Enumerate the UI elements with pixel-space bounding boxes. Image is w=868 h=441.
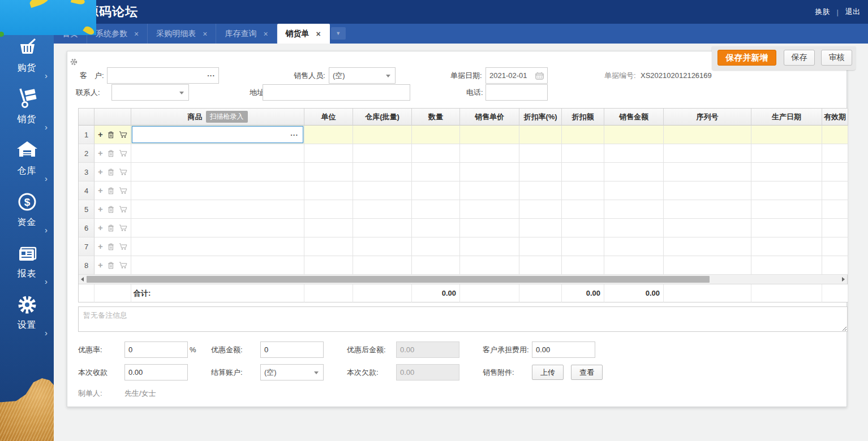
grid-cell[interactable] [751,126,822,144]
grid-cell[interactable] [751,219,822,237]
grid-cell[interactable] [822,144,848,163]
grid-cell[interactable] [460,126,519,144]
grid-cell[interactable] [304,144,353,163]
grid-cell[interactable] [604,126,664,144]
scroll-left-arrow[interactable] [81,277,84,282]
delete-row-icon[interactable] [108,131,114,139]
grid-cell[interactable] [412,256,460,275]
grid-cell[interactable] [604,237,664,256]
grid-cell[interactable] [131,144,304,163]
grid-cell[interactable] [131,237,304,256]
grid-cell[interactable] [304,219,353,237]
grid-cell[interactable] [604,256,664,275]
close-icon[interactable]: × [263,29,268,38]
add-row-icon[interactable]: + [98,130,103,139]
grid-cell[interactable] [131,219,304,237]
grid-cell[interactable] [131,163,304,181]
product-input[interactable]: ... [132,126,303,143]
cart-icon[interactable] [119,262,127,269]
grid-cell[interactable] [353,200,412,219]
customer-picker-ellipsis-button[interactable]: ... [207,70,215,78]
tab-sales-order[interactable]: 销货单 × [277,24,330,44]
cart-icon[interactable] [119,187,127,194]
grid-cell[interactable] [751,144,822,163]
grid-cell[interactable] [822,237,848,256]
grid-cell[interactable] [562,256,604,275]
grid-cell[interactable] [562,144,604,163]
sidebar-item-sales[interactable]: 销货 › [0,84,54,136]
grid-cell[interactable] [460,200,519,219]
grid-cell[interactable] [519,200,562,219]
grid-cell[interactable] [353,144,412,163]
add-row-icon[interactable]: + [98,149,103,157]
grid-cell[interactable] [519,256,562,275]
grid-cell[interactable] [751,163,822,181]
grid-cell[interactable] [460,237,519,256]
grid-cell[interactable] [664,181,751,200]
grid-cell[interactable] [353,237,412,256]
grid-cell[interactable] [562,126,604,144]
grid-cell[interactable] [664,163,751,181]
grid-cell[interactable]: + [94,144,131,163]
grid-cell[interactable] [460,163,519,181]
grid-cell[interactable] [304,126,353,144]
grid-cell[interactable] [460,219,519,237]
delete-row-icon[interactable] [108,243,114,250]
add-row-icon[interactable]: + [98,186,103,194]
grid-cell[interactable] [353,256,412,275]
delete-row-icon[interactable] [108,262,114,269]
audit-button[interactable]: 审核 [821,50,852,66]
cart-icon[interactable] [119,206,127,213]
grid-cell[interactable] [519,126,562,144]
scanner-entry-badge[interactable]: 扫描枪录入 [206,111,248,123]
grid-cell[interactable] [822,163,848,181]
grid-cell[interactable] [304,163,353,181]
grid-cell[interactable] [353,219,412,237]
scrollbar-thumb[interactable] [87,276,710,283]
grid-cell[interactable] [460,181,519,200]
grid-cell[interactable]: + [94,200,131,219]
grid-cell[interactable] [131,200,304,219]
delete-row-icon[interactable] [108,150,114,157]
grid-cell[interactable] [751,181,822,200]
grid-cell[interactable] [412,126,460,144]
doc-date-field[interactable]: 2021-02-01 [485,67,548,84]
grid-cell[interactable] [562,200,604,219]
grid-cell[interactable] [664,219,751,237]
grid-cell[interactable] [304,237,353,256]
sidebar-item-funds[interactable]: $ 资金 › [0,187,54,239]
discount-rate-input[interactable] [125,342,187,357]
horizontal-scrollbar[interactable] [79,275,847,284]
grid-cell[interactable]: + [94,237,131,256]
close-icon[interactable]: × [203,29,207,38]
add-row-icon[interactable]: + [98,205,103,213]
grid-cell[interactable] [604,181,664,200]
grid-cell[interactable] [604,200,664,219]
grid-cell[interactable] [304,200,353,219]
grid-cell[interactable] [304,181,353,200]
grid-cell[interactable] [519,219,562,237]
grid-cell[interactable] [519,181,562,200]
grid-cell[interactable] [604,144,664,163]
grid-cell[interactable]: ... [131,126,304,144]
scroll-right-arrow[interactable] [842,277,845,282]
grid-cell[interactable] [412,163,460,181]
tab-purchase-detail[interactable]: 采购明细表 × [148,24,216,44]
grid-cell[interactable] [562,181,604,200]
grid-cell[interactable] [822,181,848,200]
add-row-icon[interactable]: + [98,223,103,232]
grid-cell[interactable] [664,126,751,144]
grid-cell[interactable]: + [94,256,131,275]
add-row-icon[interactable]: + [98,261,103,269]
phone-input[interactable] [486,85,547,100]
grid-cell[interactable] [751,237,822,256]
cart-icon[interactable] [119,131,127,138]
grid-cell[interactable] [519,144,562,163]
cart-icon[interactable] [119,150,127,157]
grid-cell[interactable] [412,181,460,200]
product-picker-ellipsis-button[interactable]: ... [290,129,298,137]
grid-cell[interactable] [519,163,562,181]
delete-row-icon[interactable] [108,206,114,213]
delete-row-icon[interactable] [108,224,114,232]
contact-select[interactable] [111,84,189,101]
